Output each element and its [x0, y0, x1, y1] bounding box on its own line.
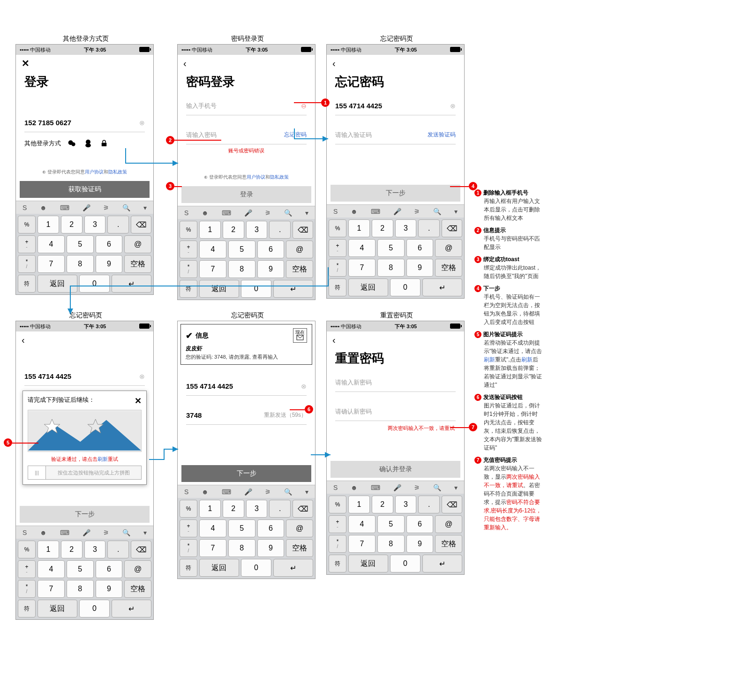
lock-icon[interactable]: [99, 139, 109, 148]
kb-side-key[interactable]: +-: [329, 515, 346, 533]
kb-key[interactable]: 4: [38, 235, 65, 253]
kb-toolbar-item[interactable]: ⚞: [265, 488, 271, 496]
kb-key[interactable]: 6: [406, 515, 434, 533]
kb-toolbar-item[interactable]: 🎤: [83, 204, 90, 211]
kb-toolbar-item[interactable]: ⌨: [222, 209, 231, 217]
next-button[interactable]: 下一步: [20, 506, 150, 523]
code-input[interactable]: 3748 重新发送（59s）: [186, 406, 307, 425]
kb-side-key[interactable]: */: [180, 539, 197, 557]
kb-key[interactable]: 1: [348, 496, 370, 513]
kb-key[interactable]: 1: [199, 500, 221, 518]
kb-toolbar-item[interactable]: ▾: [143, 204, 147, 211]
kb-key[interactable]: @: [124, 560, 151, 578]
send-code-button[interactable]: 发送验证码: [428, 131, 456, 139]
kb-key[interactable]: ↵: [422, 278, 462, 296]
slider-handle[interactable]: |||: [28, 466, 46, 479]
chevron-down-icon[interactable]: ✔: [186, 331, 193, 341]
kb-key[interactable]: 5: [228, 519, 255, 537]
kb-side-key[interactable]: */: [329, 259, 346, 277]
kb-key[interactable]: 8: [228, 539, 255, 557]
kb-key[interactable]: .: [269, 500, 291, 518]
kb-toolbar-item[interactable]: ⚞: [103, 204, 109, 211]
kb-toolbar-item[interactable]: S: [184, 209, 188, 217]
kb-key[interactable]: 9: [406, 259, 434, 277]
qq-icon[interactable]: [83, 139, 93, 148]
kb-toolbar-item[interactable]: 🔍: [122, 204, 130, 211]
close-icon[interactable]: ✕: [135, 396, 142, 406]
kb-toolbar-item[interactable]: ☻: [40, 529, 47, 536]
kb-key[interactable]: ↵: [112, 600, 151, 617]
kb-key[interactable]: 3: [84, 216, 106, 233]
kb-toolbar-item[interactable]: ▾: [305, 488, 308, 496]
kb-toolbar-item[interactable]: ☻: [351, 484, 358, 491]
kb-key[interactable]: 空格: [435, 535, 462, 553]
kb-key[interactable]: 9: [96, 580, 123, 598]
kb-toolbar-item[interactable]: 🔍: [433, 484, 441, 491]
kb-key[interactable]: 0: [241, 559, 272, 577]
kb-key[interactable]: 空格: [124, 255, 151, 273]
clear-icon[interactable]: ⊗: [139, 373, 145, 380]
kb-toolbar-item[interactable]: 🔍: [122, 529, 130, 536]
kb-key[interactable]: 空格: [286, 539, 313, 557]
clear-icon[interactable]: ⊗: [301, 383, 307, 390]
kb-key[interactable]: 2: [372, 496, 393, 513]
kb-key[interactable]: ↵: [422, 555, 462, 572]
refresh-link[interactable]: 刷新: [98, 456, 108, 462]
kb-toolbar-item[interactable]: ▾: [305, 209, 308, 217]
kb-key[interactable]: 2: [61, 216, 83, 233]
confirm-login-button[interactable]: 确认并登录: [330, 461, 460, 478]
kb-toolbar-item[interactable]: S: [184, 488, 188, 496]
kb-key[interactable]: 7: [348, 259, 376, 277]
kb-key[interactable]: 2: [372, 219, 393, 237]
kb-toolbar-item[interactable]: ⚞: [414, 208, 420, 215]
kb-key[interactable]: 2: [61, 541, 83, 558]
kb-toolbar-item[interactable]: ⌨: [371, 484, 380, 491]
kb-key[interactable]: 9: [257, 260, 285, 278]
kb-key[interactable]: 0: [79, 275, 110, 293]
kb-side-key[interactable]: %: [329, 496, 346, 513]
kb-key[interactable]: 6: [257, 519, 285, 537]
back-icon[interactable]: ‹: [22, 335, 25, 346]
kb-toolbar-item[interactable]: ☻: [202, 488, 209, 496]
privacy-link[interactable]: 隐私政策: [108, 169, 127, 174]
kb-side-key[interactable]: +-: [18, 560, 36, 578]
clear-icon[interactable]: ⊗: [450, 102, 456, 110]
back-icon[interactable]: ‹: [332, 335, 336, 346]
kb-side-key[interactable]: %: [180, 221, 197, 239]
kb-key[interactable]: 返回: [199, 280, 239, 298]
kb-key[interactable]: 1: [348, 219, 370, 237]
wechat-icon[interactable]: [68, 139, 77, 148]
kb-key[interactable]: 1: [38, 216, 59, 233]
backspace-key[interactable]: ⌫: [293, 500, 313, 518]
kb-key[interactable]: 空格: [124, 580, 151, 598]
kb-side-key[interactable]: */: [329, 535, 346, 553]
kb-key[interactable]: 5: [67, 560, 94, 578]
kb-key[interactable]: 0: [390, 555, 421, 572]
kb-side-key[interactable]: %: [329, 219, 346, 237]
confirm-password-input[interactable]: 请确认新密码: [335, 402, 456, 421]
backspace-key[interactable]: ⌫: [442, 496, 462, 513]
kb-side-key[interactable]: 符: [18, 275, 36, 293]
kb-toolbar-item[interactable]: ⌨: [371, 208, 380, 215]
backspace-key[interactable]: ⌫: [131, 216, 151, 233]
kb-key[interactable]: 返回: [348, 555, 388, 572]
kb-toolbar-item[interactable]: ☻: [351, 208, 358, 215]
kb-toolbar-item[interactable]: ▾: [143, 529, 147, 536]
kb-toolbar-item[interactable]: 🎤: [244, 488, 252, 496]
kb-toolbar-item[interactable]: 🎤: [393, 208, 401, 215]
kb-key[interactable]: 8: [377, 259, 405, 277]
kb-key[interactable]: @: [435, 239, 462, 257]
phone-input[interactable]: 输入手机号 ⊖: [186, 97, 307, 115]
kb-key[interactable]: 4: [348, 515, 376, 533]
kb-toolbar-item[interactable]: ⌨: [222, 488, 231, 496]
kb-toolbar-item[interactable]: ▾: [454, 484, 458, 491]
kb-side-key[interactable]: 符: [18, 600, 36, 617]
clear-icon[interactable]: ⊗: [139, 119, 145, 127]
backspace-key[interactable]: ⌫: [293, 221, 313, 239]
kb-side-key[interactable]: */: [18, 255, 36, 273]
kb-key[interactable]: 9: [257, 539, 285, 557]
kb-key[interactable]: @: [435, 515, 462, 533]
kb-key[interactable]: 8: [67, 255, 94, 273]
kb-key[interactable]: .: [269, 221, 291, 239]
next-button[interactable]: 下一步: [330, 185, 460, 202]
